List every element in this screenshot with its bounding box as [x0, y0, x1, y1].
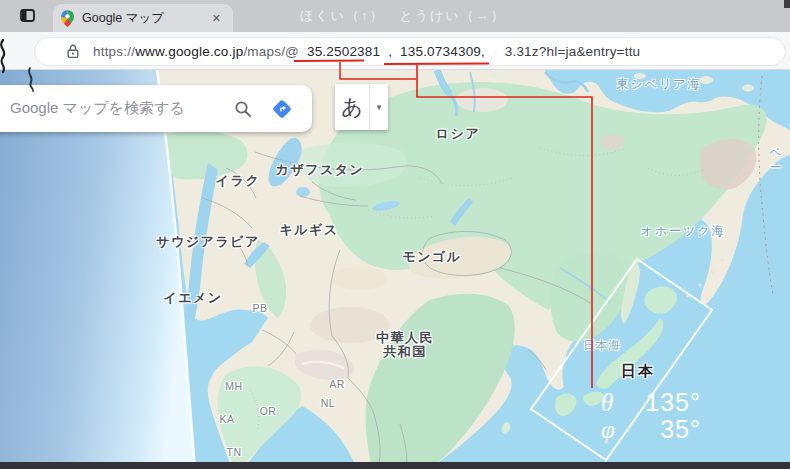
theta-row: θ 135°: [601, 388, 701, 415]
phi-symbol: φ: [601, 416, 615, 444]
chevron-down-icon[interactable]: ▾: [370, 84, 388, 130]
url-part: /maps/@: [243, 44, 299, 59]
ime-mode-label[interactable]: あ: [335, 84, 370, 130]
tab-strip: Google マップ ✕ ほくい（↑） とうけい（→）: [0, 0, 790, 32]
browser-toolbar: https://www.google.co.jp/maps/@ 35.25023…: [0, 32, 790, 70]
tab-close-icon[interactable]: ✕: [208, 10, 225, 27]
lock-icon: [67, 44, 79, 59]
url-part: https://: [93, 44, 135, 59]
phi-value: 35°: [615, 415, 701, 444]
address-bar[interactable]: https://www.google.co.jp/maps/@ 35.25023…: [34, 37, 786, 66]
maps-search-box[interactable]: Google マップを検索する: [0, 85, 312, 132]
url-text: https://www.google.co.jp/maps/@ 35.25023…: [93, 44, 640, 59]
side-panel-icon[interactable]: [20, 8, 35, 23]
phi-row: φ 35°: [601, 415, 701, 442]
google-maps-pin-favicon: [61, 10, 74, 27]
ime-language-button[interactable]: あ ▾: [335, 84, 388, 130]
url-part: 135.0734309,: [400, 44, 485, 59]
tab-google-maps[interactable]: Google マップ ✕: [53, 4, 233, 32]
url-part: 35.2502381: [299, 44, 380, 59]
tab-title: Google マップ: [82, 10, 208, 27]
theta-value: 135°: [613, 388, 701, 417]
browser-window: ロシアカザフスタンイラクキルギスサウジアラビアモンゴルイエメン中華人民 共和国日…: [0, 0, 790, 469]
search-icon[interactable]: [234, 100, 252, 118]
directions-icon[interactable]: [270, 97, 294, 121]
window-corner-fragment: [784, 0, 790, 8]
url-part: 3.31z?hl=ja&entry=ttu: [485, 44, 640, 59]
handwritten-note: ほくい（↑） とうけい（→）: [300, 0, 506, 32]
theta-symbol: θ: [601, 389, 613, 417]
search-input[interactable]: Google マップを検索する: [10, 99, 234, 118]
angle-annotation: θ 135° φ 35°: [601, 388, 701, 442]
url-part: ,: [380, 44, 400, 59]
taskbar-sliver: [0, 462, 790, 469]
url-part: www.google.co.jp: [135, 44, 243, 59]
